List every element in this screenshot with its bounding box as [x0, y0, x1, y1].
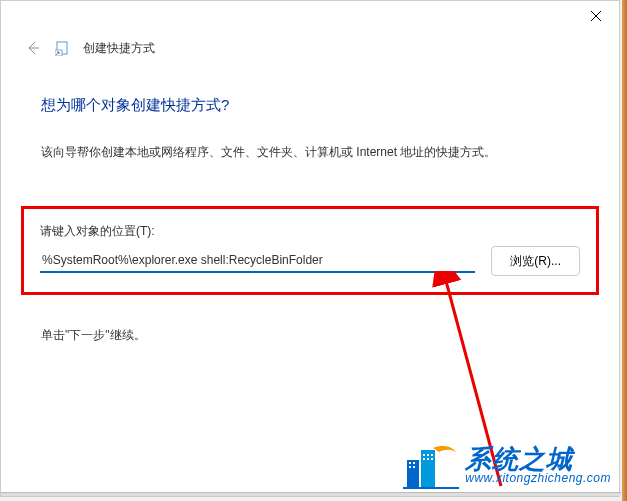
svg-rect-14 — [427, 454, 429, 456]
svg-rect-10 — [413, 462, 415, 464]
right-edge-decoration — [622, 0, 627, 501]
watermark: 系统之城 www.xitongzhicheng.com — [403, 440, 611, 490]
svg-rect-9 — [409, 462, 411, 464]
svg-rect-13 — [423, 454, 425, 456]
svg-rect-11 — [409, 466, 411, 468]
back-arrow-icon — [25, 40, 41, 56]
dialog-window: 创建快捷方式 想为哪个对象创建快捷方式? 该向导帮你创建本地或网络程序、文件、文… — [0, 0, 620, 497]
footer-instruction: 单击"下一步"继续。 — [1, 295, 619, 344]
close-button[interactable] — [573, 1, 619, 31]
watermark-name: 系统之城 — [465, 446, 611, 472]
back-button[interactable] — [23, 38, 43, 58]
highlight-annotation: 请键入对象的位置(T): 浏览(R)... — [21, 206, 599, 295]
watermark-url: www.xitongzhicheng.com — [465, 472, 611, 484]
svg-rect-12 — [413, 466, 415, 468]
svg-rect-18 — [431, 458, 433, 460]
titlebar — [1, 1, 619, 33]
shortcut-icon — [55, 40, 71, 56]
svg-rect-7 — [407, 460, 419, 488]
window-title: 创建快捷方式 — [83, 40, 155, 57]
description-text: 该向导帮你创建本地或网络程序、文件、文件夹、计算机或 Internet 地址的快… — [1, 115, 619, 161]
input-row: 浏览(R)... — [40, 246, 580, 276]
bottom-border — [1, 492, 621, 496]
path-input[interactable] — [40, 249, 475, 273]
watermark-text: 系统之城 www.xitongzhicheng.com — [465, 446, 611, 484]
browse-button[interactable]: 浏览(R)... — [491, 246, 580, 276]
svg-rect-17 — [427, 458, 429, 460]
page-heading: 想为哪个对象创建快捷方式? — [1, 58, 619, 115]
path-label: 请键入对象的位置(T): — [40, 223, 580, 240]
svg-rect-16 — [423, 458, 425, 460]
watermark-logo-icon — [403, 440, 459, 490]
svg-rect-15 — [431, 454, 433, 456]
close-icon — [591, 11, 601, 21]
header-row: 创建快捷方式 — [1, 33, 619, 58]
